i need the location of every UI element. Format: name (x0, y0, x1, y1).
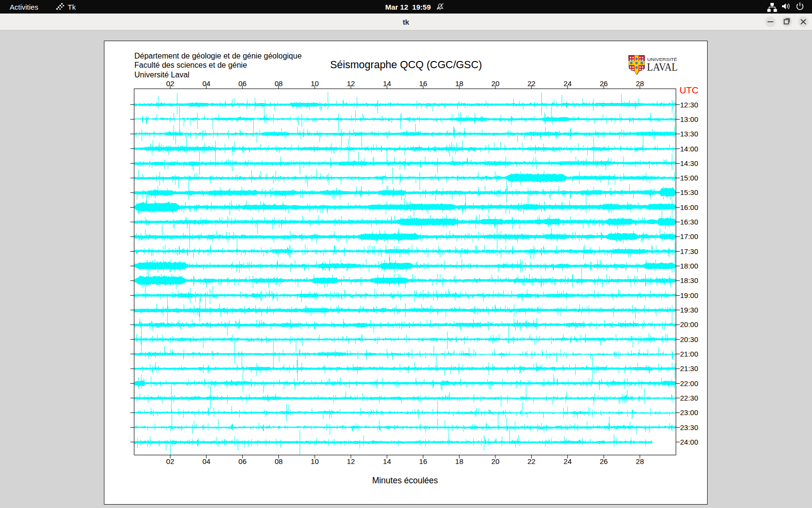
svg-text:19:30: 19:30 (680, 306, 698, 314)
svg-text:12: 12 (347, 457, 355, 465)
svg-text:02: 02 (166, 457, 174, 465)
svg-text:17:30: 17:30 (680, 247, 698, 255)
svg-text:26: 26 (600, 457, 608, 465)
svg-text:28: 28 (636, 457, 644, 465)
svg-text:20:00: 20:00 (680, 320, 698, 329)
svg-text:20:30: 20:30 (680, 335, 698, 344)
svg-text:06: 06 (238, 79, 246, 88)
svg-text:Minutes écoulées: Minutes écoulées (372, 476, 438, 485)
svg-text:16: 16 (419, 79, 427, 88)
svg-text:16:00: 16:00 (680, 203, 698, 211)
svg-text:21:00: 21:00 (680, 350, 698, 358)
svg-text:UTC: UTC (680, 85, 698, 95)
svg-text:19:00: 19:00 (680, 291, 698, 299)
svg-text:16:30: 16:30 (680, 218, 698, 226)
svg-text:24: 24 (564, 79, 572, 88)
svg-text:14:30: 14:30 (680, 159, 698, 167)
svg-text:10: 10 (311, 457, 319, 465)
svg-text:13:00: 13:00 (680, 115, 698, 123)
svg-text:10: 10 (311, 79, 319, 88)
svg-text:18:00: 18:00 (680, 262, 698, 270)
svg-text:17:00: 17:00 (680, 232, 698, 240)
svg-text:14:00: 14:00 (680, 145, 698, 153)
svg-text:20: 20 (492, 79, 500, 88)
svg-text:20: 20 (492, 457, 500, 465)
svg-text:14: 14 (383, 79, 391, 88)
svg-text:12:30: 12:30 (680, 101, 698, 109)
svg-text:21:30: 21:30 (680, 364, 698, 373)
svg-text:24: 24 (564, 457, 572, 465)
svg-text:23:30: 23:30 (680, 423, 698, 432)
svg-text:06: 06 (238, 457, 246, 465)
svg-text:08: 08 (275, 79, 283, 88)
svg-text:22:30: 22:30 (680, 394, 698, 402)
svg-text:13:30: 13:30 (680, 130, 698, 138)
svg-text:02: 02 (166, 79, 174, 88)
svg-text:16: 16 (419, 457, 427, 465)
svg-text:22: 22 (527, 457, 536, 465)
svg-text:24:00: 24:00 (680, 438, 698, 446)
svg-text:04: 04 (203, 457, 211, 465)
svg-text:18: 18 (455, 457, 464, 465)
svg-text:12: 12 (347, 79, 355, 88)
svg-text:18: 18 (455, 79, 464, 88)
svg-text:23:00: 23:00 (680, 408, 698, 417)
svg-text:28: 28 (636, 79, 644, 88)
svg-text:LAVAL: LAVAL (647, 61, 678, 73)
svg-text:15:00: 15:00 (680, 174, 698, 182)
svg-text:22: 22 (527, 79, 536, 88)
svg-text:04: 04 (203, 79, 211, 88)
svg-text:08: 08 (275, 457, 283, 465)
svg-text:18:30: 18:30 (680, 276, 698, 284)
svg-text:22:00: 22:00 (680, 379, 698, 388)
svg-text:15:30: 15:30 (680, 188, 698, 196)
svg-text:14: 14 (383, 457, 391, 465)
svg-text:26: 26 (600, 79, 608, 88)
